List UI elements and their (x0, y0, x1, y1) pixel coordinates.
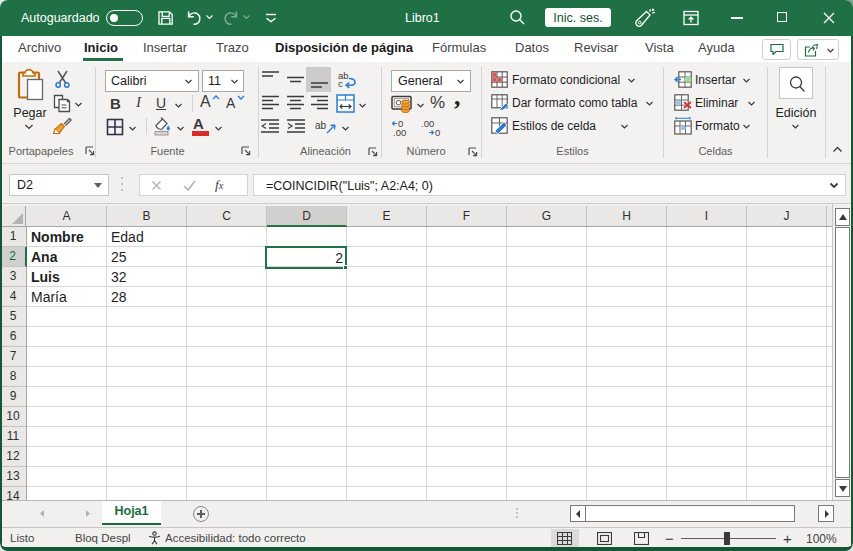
svg-text:ab: ab (315, 120, 327, 131)
svg-text:.00: .00 (393, 127, 406, 137)
svg-text:c: c (338, 78, 343, 89)
svg-text:.00: .00 (421, 118, 434, 129)
svg-text:0: 0 (435, 127, 440, 137)
